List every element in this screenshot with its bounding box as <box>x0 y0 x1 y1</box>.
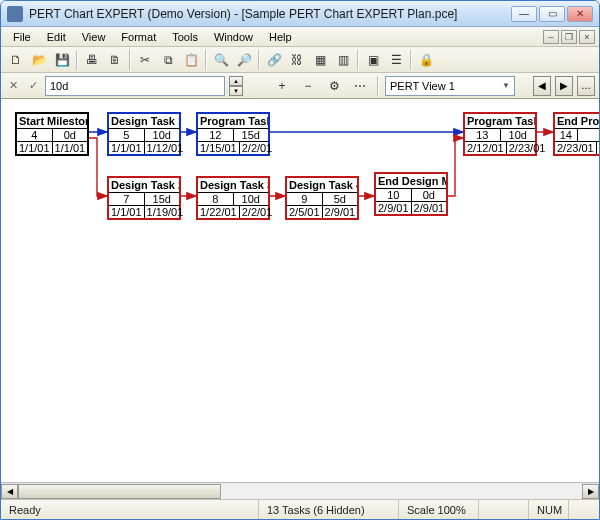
node-start-date: 2/9/01 <box>376 202 412 214</box>
menu-window[interactable]: Window <box>206 29 261 45</box>
app-icon <box>7 6 23 22</box>
node-start-date: 1/1/01 <box>109 206 145 218</box>
node-title: Design Task 4 <box>287 178 357 193</box>
node-title: Program Task 1 <box>198 114 268 129</box>
more-views-button[interactable]: … <box>577 76 595 96</box>
minimize-button[interactable]: — <box>511 6 537 22</box>
save-button[interactable]: 💾 <box>51 49 73 71</box>
view-select[interactable]: PERT View 1 ▼ <box>385 76 515 96</box>
task-node-dt4[interactable]: Design Task 495d2/5/012/9/01 <box>285 176 359 220</box>
lock-button[interactable]: 🔒 <box>415 49 437 71</box>
node-title: End Prog Milesto <box>555 114 599 129</box>
mdi-close-button[interactable]: × <box>579 30 595 44</box>
app-window: PERT Chart EXPERT (Demo Version) - [Samp… <box>0 0 600 520</box>
node-duration: 10d <box>145 129 180 141</box>
node-duration: 15d <box>145 193 180 205</box>
status-blank1 <box>479 500 529 519</box>
open-button[interactable]: 📂 <box>28 49 50 71</box>
node-id: 9 <box>287 193 323 205</box>
titlebar: PERT Chart EXPERT (Demo Version) - [Samp… <box>1 1 599 27</box>
group-button[interactable]: ▣ <box>362 49 384 71</box>
print-preview-button[interactable]: 🗎 <box>104 49 126 71</box>
node-start-date: 2/5/01 <box>287 206 323 218</box>
node-title: Design Task 1 <box>109 114 179 129</box>
statusbar: Ready 13 Tasks (6 Hidden) Scale 100% NUM <box>1 499 599 519</box>
task-node-pt2[interactable]: Program Task 21310d2/12/012/23/01 <box>463 112 537 156</box>
filter-button[interactable]: ▦ <box>309 49 331 71</box>
node-duration <box>578 129 600 141</box>
horizontal-scrollbar[interactable]: ◀ ▶ <box>1 482 599 499</box>
task-node-dt3[interactable]: Design Task 3810d1/22/012/2/01 <box>196 176 270 220</box>
menu-format[interactable]: Format <box>113 29 164 45</box>
duration-value: 10d <box>50 80 68 92</box>
status-tasks: 13 Tasks (6 Hidden) <box>259 500 399 519</box>
scroll-left-button[interactable]: ◀ <box>1 484 18 499</box>
trace-button[interactable]: ⚙ <box>323 75 345 97</box>
paste-button[interactable]: 📋 <box>180 49 202 71</box>
cancel-entry-icon[interactable]: ✕ <box>5 78 21 94</box>
status-scale: Scale 100% <box>399 500 479 519</box>
duration-input[interactable]: 10d <box>45 76 225 96</box>
task-node-dt2[interactable]: Design Task 2715d1/1/011/19/01 <box>107 176 181 220</box>
node-id: 12 <box>198 129 234 141</box>
menu-tools[interactable]: Tools <box>164 29 206 45</box>
options-button[interactable]: ⋯ <box>349 75 371 97</box>
accept-entry-icon[interactable]: ✓ <box>25 78 41 94</box>
node-end-date: 2/23/01 <box>507 142 548 154</box>
menubar: File Edit View Format Tools Window Help … <box>1 27 599 47</box>
node-end-date: 2/9/01 <box>412 202 447 214</box>
node-title: Design Task 3 <box>198 178 268 193</box>
node-id: 4 <box>17 129 53 141</box>
node-id: 10 <box>376 189 412 201</box>
chart-canvas[interactable]: Start Milestone40d1/1/011/1/01Design Tas… <box>1 99 599 482</box>
zoom-out-button[interactable]: 🔎 <box>233 49 255 71</box>
zoom-minus-button[interactable]: − <box>297 75 319 97</box>
maximize-button[interactable]: ▭ <box>539 6 565 22</box>
copy-button[interactable]: ⧉ <box>157 49 179 71</box>
node-end-date: 2/2/01 <box>240 142 275 154</box>
task-node-edm[interactable]: End Design Milestone100d2/9/012/9/01 <box>374 172 448 216</box>
unlink-button[interactable]: ⛓ <box>286 49 308 71</box>
mdi-restore-button[interactable]: ❐ <box>561 30 577 44</box>
duration-stepper[interactable]: ▲▼ <box>229 76 243 96</box>
zoom-in-button[interactable]: 🔍 <box>210 49 232 71</box>
node-id: 13 <box>465 129 501 141</box>
next-view-button[interactable]: ▶ <box>555 76 573 96</box>
node-title: End Design Milestone <box>376 174 446 189</box>
new-button[interactable]: 🗋 <box>5 49 27 71</box>
zoom-plus-button[interactable]: + <box>271 75 293 97</box>
node-title: Start Milestone <box>17 114 87 129</box>
cut-button[interactable]: ✂ <box>134 49 156 71</box>
node-duration: 5d <box>323 193 358 205</box>
print-button[interactable]: 🖶 <box>81 49 103 71</box>
view-select-value: PERT View 1 <box>390 80 455 92</box>
node-id: 14 <box>555 129 578 141</box>
menu-help[interactable]: Help <box>261 29 300 45</box>
task-node-dt1[interactable]: Design Task 1510d1/1/011/12/01 <box>107 112 181 156</box>
mdi-minimize-button[interactable]: – <box>543 30 559 44</box>
entry-toolbar: ✕ ✓ 10d ▲▼ + − ⚙ ⋯ PERT View 1 ▼ ◀ ▶ … <box>1 73 599 99</box>
node-duration: 15d <box>234 129 269 141</box>
node-id: 5 <box>109 129 145 141</box>
task-node-pt1[interactable]: Program Task 11215d1/15/012/2/01 <box>196 112 270 156</box>
node-duration: 0d <box>53 129 88 141</box>
scroll-right-button[interactable]: ▶ <box>582 484 599 499</box>
node-id: 8 <box>198 193 234 205</box>
link-button[interactable]: 🔗 <box>263 49 285 71</box>
menu-file[interactable]: File <box>5 29 39 45</box>
task-node-start[interactable]: Start Milestone40d1/1/011/1/01 <box>15 112 89 156</box>
columns-button[interactable]: ☰ <box>385 49 407 71</box>
status-num: NUM <box>529 500 569 519</box>
node-end-date: 1/12/01 <box>145 142 186 154</box>
close-button[interactable]: ✕ <box>567 6 593 22</box>
scroll-thumb[interactable] <box>18 484 221 499</box>
layout-button[interactable]: ▥ <box>332 49 354 71</box>
menu-edit[interactable]: Edit <box>39 29 74 45</box>
edge-start-dt2 <box>89 138 107 196</box>
node-start-date: 1/22/01 <box>198 206 240 218</box>
node-duration: 10d <box>501 129 536 141</box>
scroll-track[interactable] <box>18 484 582 499</box>
task-node-epm[interactable]: End Prog Milesto142/23/012 <box>553 112 599 156</box>
menu-view[interactable]: View <box>74 29 114 45</box>
prev-view-button[interactable]: ◀ <box>533 76 551 96</box>
